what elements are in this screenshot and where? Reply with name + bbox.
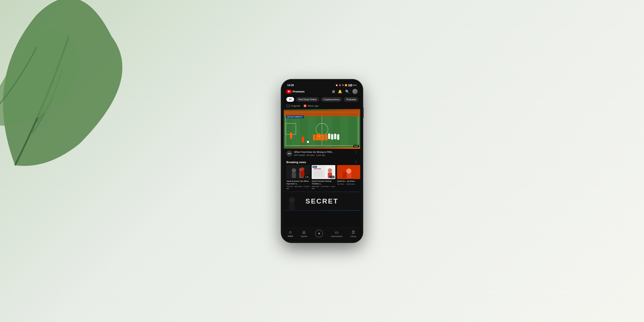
breaking-news-title: Breaking news [286, 160, 306, 164]
news-info-2: Sarah Everard missing: Timeline o... Dai… [312, 180, 335, 189]
status-time: 14:26 [287, 84, 294, 87]
news-title-2: Sarah Everard missing: Timeline o... [312, 180, 335, 185]
content-area[interactable]: All Red Dead Online Cryptocurrency Podca… [284, 95, 360, 228]
chip-all[interactable]: All [286, 97, 294, 102]
search-icon[interactable]: 🔍 [345, 90, 350, 94]
news-duration-2: 2:39 [330, 176, 334, 178]
secret-label: SECRET [306, 197, 338, 205]
svg-rect-15 [325, 134, 327, 140]
home-label: Home [288, 235, 293, 237]
subscriptions-label: Subscriptions [331, 235, 342, 238]
bottom-nav: ⌂ Home ◎ Explore + ▭ Subscriptions ☰ Lib… [284, 228, 360, 240]
news-title-1: Sarah Everard: Met officer may have 'u..… [286, 180, 310, 185]
originals-icon [286, 105, 290, 107]
svg-rect-20 [290, 132, 292, 139]
svg-rect-31 [300, 171, 304, 177]
music-icon [304, 104, 306, 107]
sponsor-banner: QATAR AIRWAYS [286, 116, 304, 118]
news-thumb-2: MISSING Mail 2:39 [312, 165, 335, 179]
status-bar: 14:26 ⏰ 🔕 ⦿ 📶 ▐▐▐ 65% [284, 82, 360, 88]
wifi-icon: 📶 [345, 84, 347, 86]
news-thumb-graphic-3 [337, 165, 360, 179]
news-source-3: The Tele... · 104K view... [337, 183, 360, 185]
svg-point-22 [307, 140, 309, 143]
video-meta: B/R Football · 2M views · 1 year ago [294, 154, 353, 156]
svg-rect-14 [322, 134, 324, 140]
svg-rect-18 [334, 134, 336, 139]
video-more-button[interactable]: ⋮ [355, 150, 358, 154]
news-card-1[interactable]: The Sun 1:35 [286, 165, 310, 189]
nav-tab-subscriptions[interactable]: ▭ Subscriptions [331, 230, 342, 238]
news-source-1: The Sun · 18K views · 2 hours ago [286, 186, 310, 189]
youtube-logo: Premium [286, 90, 304, 94]
library-icon: ☰ [352, 230, 355, 235]
news-thumb-1: The Sun 1:35 [286, 165, 310, 179]
nav-music-app[interactable]: Music app [304, 104, 318, 107]
svg-text:MISSING: MISSING [314, 168, 321, 170]
svg-point-26 [292, 168, 296, 172]
svg-point-39 [346, 168, 352, 174]
home-icon: ⌂ [289, 230, 292, 234]
svg-rect-27 [292, 172, 296, 178]
nav-originals[interactable]: Originals [286, 104, 300, 107]
bell-icon[interactable]: 🔔 [338, 90, 342, 94]
video-info: B/R When Free-Kicks Go Wrong in FIFA... … [284, 149, 360, 158]
svg-point-36 [328, 168, 332, 172]
svg-text:12: 12 [319, 136, 320, 137]
news-duration-1: 1:35 [304, 176, 309, 178]
svg-point-43 [289, 197, 295, 203]
phone-screen: 14:26 ⏰ 🔕 ⦿ 📶 ▐▐▐ 65% Premium ⊞ 🔔 🔍 [284, 82, 360, 240]
video-duration: 1:17 [353, 145, 359, 148]
svg-rect-16 [328, 134, 330, 139]
news-thumb-3 [337, 165, 360, 179]
svg-rect-40 [346, 174, 352, 178]
svg-rect-41 [342, 172, 347, 178]
svg-rect-19 [337, 134, 339, 140]
battery-indicator: 65% [353, 84, 357, 86]
explore-icon: ◎ [302, 230, 306, 235]
chip-red-dead-online[interactable]: Red Dead Online [296, 97, 319, 102]
video-text: When Free-Kicks Go Wrong in FIFA... B/R … [294, 150, 353, 156]
status-icons: ⏰ 🔕 ⦿ 📶 ▐▐▐ 65% [336, 84, 357, 86]
explore-label: Explore [301, 235, 308, 238]
originals-label: Originals [291, 104, 300, 107]
cast-icon[interactable]: ⊞ [332, 90, 335, 94]
add-button[interactable]: + [315, 230, 323, 238]
nav-tab-home[interactable]: ⌂ Home [288, 230, 293, 237]
music-label: Music app [308, 104, 318, 107]
svg-point-30 [300, 168, 304, 171]
news-title-3: Sarah Ev... we know... [337, 180, 360, 183]
chip-cryptocurrency[interactable]: Cryptocurrency [321, 97, 342, 102]
svg-rect-35 [314, 170, 324, 177]
svg-rect-44 [289, 203, 295, 210]
user-avatar[interactable] [352, 89, 358, 94]
football-field-graphic: 12 [284, 109, 360, 149]
breaking-news-header: Breaking news ⋮ [284, 158, 360, 165]
filter-chips: All Red Dead Online Cryptocurrency Podca… [284, 95, 360, 104]
signal-icon: ▐▐▐ [348, 84, 352, 86]
svg-rect-11 [313, 134, 315, 140]
news-row: The Sun 1:35 [284, 165, 360, 192]
main-video-card[interactable]: 12 QATAR AIRWAYS 1:17 B/R When Free-Kick… [284, 109, 360, 158]
nav-tab-library[interactable]: ☰ Library [350, 230, 356, 238]
news-info-1: Sarah Everard: Met officer may have 'u..… [286, 180, 310, 189]
app-header: Premium ⊞ 🔔 🔍 [284, 88, 360, 95]
nav-tab-explore[interactable]: ◎ Explore [301, 230, 308, 238]
channel-avatar: B/R [286, 150, 292, 156]
news-card-3[interactable]: Sarah Ev... we know... The Tele... · 104… [337, 165, 360, 189]
news-info-3: Sarah Ev... we know... The Tele... · 104… [337, 180, 360, 185]
svg-rect-17 [331, 134, 333, 140]
news-card-2[interactable]: MISSING Mail 2:39 Sarah Everard missing:… [312, 165, 335, 189]
main-video-thumbnail: 12 QATAR AIRWAYS 1:17 [284, 109, 360, 149]
youtube-icon [286, 90, 292, 94]
mute-icon: 🔕 [339, 84, 341, 86]
premium-label: Premium [292, 90, 304, 93]
location-icon: ⦿ [342, 84, 344, 86]
library-label: Library [350, 235, 356, 238]
alarm-icon: ⏰ [336, 84, 338, 86]
secret-section[interactable]: SECRET [284, 192, 360, 211]
secondary-nav: Originals Music app [284, 104, 360, 109]
breaking-news-more-button[interactable]: ⋮ [355, 160, 358, 164]
chip-podcasts[interactable]: Podcasts [344, 97, 358, 102]
subscriptions-icon: ▭ [335, 230, 338, 235]
